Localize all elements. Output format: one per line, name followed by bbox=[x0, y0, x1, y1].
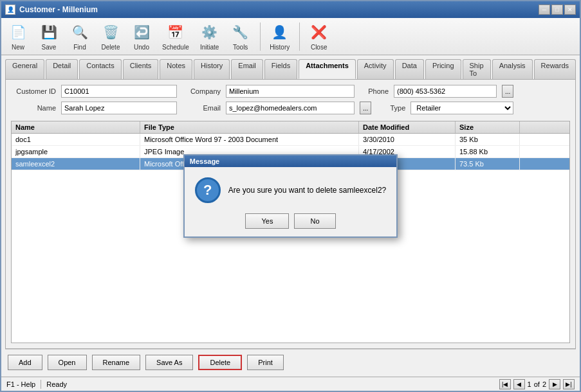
modal-title: Message bbox=[190, 157, 219, 165]
main-window: 👤 Customer - Millenium ─ □ ✕ 📄 New 💾 Sav… bbox=[0, 0, 581, 392]
modal-titlebar: Message bbox=[185, 156, 396, 167]
modal-overlay: Message ? Are you sure you want to delet… bbox=[1, 1, 580, 391]
message-dialog: Message ? Are you sure you want to delet… bbox=[183, 154, 398, 238]
modal-yes-button[interactable]: Yes bbox=[245, 213, 289, 229]
modal-content-row: ? Are you sure you want to delete samlee… bbox=[195, 177, 386, 203]
modal-body: ? Are you sure you want to delete samlee… bbox=[185, 167, 396, 236]
modal-buttons: Yes No bbox=[245, 213, 335, 229]
modal-question-icon: ? bbox=[195, 177, 221, 203]
modal-no-button[interactable]: No bbox=[294, 213, 335, 229]
modal-message: Are you sure you want to delete samleexc… bbox=[228, 186, 386, 195]
